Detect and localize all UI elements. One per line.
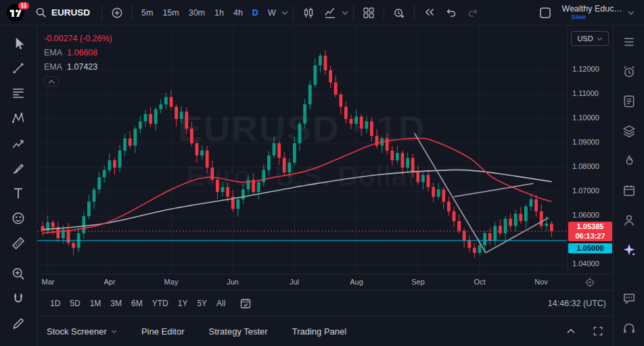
undo-icon [444,6,458,20]
fullscreen-button[interactable] [591,324,605,338]
timeframe-5m[interactable]: 5m [137,5,157,20]
range-all[interactable]: All [212,296,230,311]
save-status[interactable]: Save [572,14,586,21]
indicators-menu-chevron-icon[interactable] [342,11,348,15]
alerts-panel-button[interactable] [621,64,637,80]
panel-expand-button[interactable] [566,324,576,338]
ema-slow-row[interactable]: EMA1.07423 [44,62,112,72]
price-axis-label: 1.10000 [572,114,599,122]
chart-area[interactable]: EURUSD · 1D Euro / U.S. Dollar -0.00274 … [37,26,613,274]
range-3m[interactable]: 3M [106,296,127,311]
chevron-down-icon [597,37,603,41]
forecast-tool-button[interactable] [10,135,26,151]
divider [101,5,102,20]
tradingview-app: 11 EURUSD 5m 15m 30m 1h 4h D W [0,0,644,346]
symbol-search[interactable]: EURUSD [28,7,97,18]
timeframe-menu-chevron-icon[interactable] [281,11,288,15]
calendar-panel-button[interactable] [621,182,637,199]
timezone-clock[interactable]: 14:46:32 (UTC) [548,299,606,308]
go-to-date-button[interactable] [239,297,252,310]
alert-price-badge: 1.05000 [568,243,612,253]
price-axis[interactable]: USD 1.12000 1.11000 1.10000 1.09000 1.08… [567,26,613,274]
text-icon [11,186,26,201]
people-panel-button[interactable] [621,212,637,228]
range-1y[interactable]: 1Y [173,296,193,311]
price-axis-label: 1.12000 [572,65,599,73]
timeframe-1h[interactable]: 1h [210,5,228,20]
bar-countdown: 06:13:27 [568,231,612,241]
price-axis-label: 1.08000 [572,162,599,170]
price-change-row[interactable]: -0.00274 (-0.26%) [44,34,112,43]
chart-type-button[interactable] [298,3,319,22]
forecast-icon [11,136,26,151]
range-5d[interactable]: 5D [65,296,85,311]
text-tool-button[interactable] [10,185,26,201]
account-menu-chevron-icon[interactable] [628,11,635,15]
go-to-date-icon [239,297,252,310]
alert-clock-icon [392,6,406,20]
redo-button[interactable] [463,3,483,22]
stock-screener-tab[interactable]: Stock Screener [47,326,117,337]
bar-replay-button[interactable] [419,3,440,22]
timeframe-1d[interactable]: D [248,5,262,20]
account-menu[interactable]: Wealthy Educ… Save [562,4,622,21]
compare-add-button[interactable] [107,3,127,22]
fib-retracement-icon [11,86,26,101]
ai-assistant-panel-button[interactable] [621,242,637,258]
range-6m[interactable]: 6M [127,296,147,311]
timeframe-4h[interactable]: 4h [229,5,247,20]
candlestick-chart[interactable] [37,26,567,274]
time-axis-label: May [162,278,181,286]
edit-tool-button[interactable] [10,316,26,332]
candlestick-style-icon [302,6,315,20]
alerts-icon [622,64,637,79]
measure-icon [11,236,26,251]
news-panel-button[interactable] [621,93,637,109]
tradingview-logo[interactable]: 11 [4,3,27,23]
ema-fast-row[interactable]: EMA1.06608 [44,48,112,57]
pine-editor-tab[interactable]: Pine Editor [141,326,185,337]
collapse-legend-button[interactable] [44,76,59,86]
cursor-tool-button[interactable] [10,35,26,51]
timeframe-1w[interactable]: W [264,5,280,20]
timeframe-30m[interactable]: 30m [185,5,209,20]
support-panel-button[interactable] [621,320,637,337]
undo-button[interactable] [441,3,461,22]
search-icon [35,7,47,18]
xabcd-pattern-tool-button[interactable] [10,110,26,126]
strategy-tester-label: Strategy Tester [208,326,267,337]
fib-retracement-tool-button[interactable] [10,85,26,101]
trend-line-tool-button[interactable] [10,60,26,76]
range-1m[interactable]: 1M [85,296,106,311]
layout-grid-button[interactable] [359,3,379,22]
emoji-tool-button[interactable] [10,210,26,226]
range-5y[interactable]: 5Y [192,296,212,311]
indicators-button[interactable] [320,3,340,22]
ema-slow-label: EMA [44,62,62,72]
ema-slow-value: 1.07423 [67,62,97,72]
time-axis[interactable]: Mar Apr May Jun Jul Aug Sep Oct Nov [37,274,613,290]
range-1d[interactable]: 1D [45,296,65,311]
measure-tool-button[interactable] [10,235,26,251]
time-axis-settings-button[interactable] [584,277,595,288]
trading-panel-tab[interactable]: Trading Panel [292,326,346,337]
select-layout-button[interactable] [535,3,555,22]
hotlists-panel-button[interactable] [621,153,637,169]
create-alert-button[interactable] [389,3,409,22]
object-tree-panel-button[interactable] [621,123,637,139]
maximize-icon [593,326,603,337]
magnet-icon [11,291,26,306]
timeframe-15m[interactable]: 15m [158,5,183,20]
pine-editor-label: Pine Editor [141,326,185,337]
watchlist-panel-button[interactable] [621,34,637,50]
strategy-tester-tab[interactable]: Strategy Tester [208,326,267,337]
divider [132,5,133,20]
chat-panel-button[interactable] [621,291,637,307]
last-price-badge: 1.05385 06:13:27 [568,222,612,241]
trend-line-icon [11,61,26,76]
magnet-tool-button[interactable] [10,291,26,307]
zoom-tool-button[interactable] [10,266,26,282]
brush-tool-button[interactable] [10,160,26,176]
range-ytd[interactable]: YTD [147,296,173,311]
currency-toggle[interactable]: USD [571,31,609,46]
